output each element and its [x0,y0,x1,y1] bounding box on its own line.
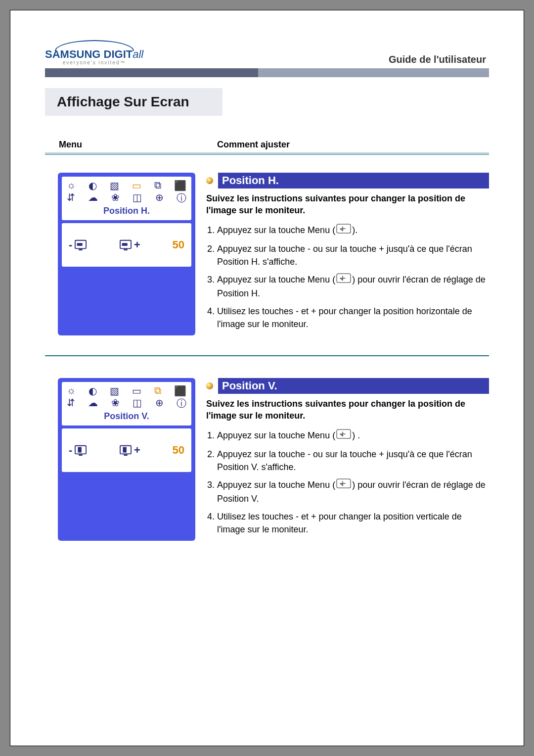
step-text: Appuyez sur la touche Menu ( [217,275,335,284]
svg-rect-10 [79,454,83,456]
step-item: Appuyez sur la touche - ou sur la touche… [217,242,489,268]
osd-icon: ▭ [132,180,141,191]
osd-icon: ◫ [133,191,142,205]
column-headers: Menu Comment ajuster [45,140,489,150]
osd-icon: ☁ [88,397,98,410]
osd-icon-row: ☼◐▧▭⧉⬛ [67,180,186,191]
step-text: Utilisez les touches - et + pour changer… [217,306,472,329]
header-bar [45,68,489,77]
menu-key-icon [336,224,351,237]
brand-suffix: all [133,48,143,60]
svg-rect-1 [77,243,83,246]
step-item: Appuyez sur la touche - ou sur la touche… [217,448,489,473]
step-item: Utilisez les touches - et + pour changer… [217,305,489,331]
osd-icon: ▭ [132,385,141,397]
section-title: Position H. [218,173,489,189]
section-head: Position V. [206,378,489,394]
document-page: SAMSUNG DIGITall everyone's invited™ Gui… [10,10,524,746]
divider-double [45,153,489,155]
osd-icon: ▧ [110,180,119,191]
column-menu: Menu [59,140,217,150]
step-item: Appuyez sur la touche Menu () pour ouvri… [217,273,489,300]
step-text: Appuyez sur la touche - ou sur la touche… [217,244,472,267]
osd-icon: ⧉ [154,385,161,397]
brand-main: SAMSUNG DIGIT [45,48,133,60]
page-title: Affichage Sur Ecran [45,88,222,116]
osd-icon: ◫ [133,397,142,410]
step-item: Utilisez les touches - et + pour changer… [217,510,489,536]
osd-icon: ◐ [89,180,97,191]
osd-bottom: - +50 [62,223,191,267]
osd-icon: ⇵ [67,191,75,205]
osd-icon: ▧ [110,385,119,397]
osd-icon: ⧉ [154,180,161,191]
divider-single [45,355,489,356]
osd-icon: ◐ [89,385,97,397]
step-text: Appuyez sur la touche Menu ( [217,225,335,235]
osd-icon-row: ⇵☁❀◫⊕ⓘ [67,397,186,410]
svg-rect-13 [124,454,127,456]
section-content: Position H.Suivez les instructions suiva… [206,173,489,335]
osd-icon-row: ☼◐▧▭⧉⬛ [67,385,186,397]
steps-list: Appuyez sur la touche Menu ().Appuyez su… [206,224,489,331]
menu-key-icon [336,273,351,286]
section: ☼◐▧▭⧉⬛⇵☁❀◫⊕ⓘPosition H.- +50Position H.S… [45,173,489,335]
header-row: SAMSUNG DIGITall everyone's invited™ Gui… [45,40,489,65]
step-text: Appuyez sur la touche - ou sur la touche… [217,449,472,472]
osd-label: Position H. [67,206,186,216]
step-text: Utilisez les touches - et + pour changer… [217,512,462,534]
osd-icon: ⓘ [177,397,186,410]
steps-list: Appuyez sur la touche Menu () .Appuyez s… [206,429,489,536]
step-item: Appuyez sur la touche Menu (). [217,224,489,237]
osd-icon: ⊕ [155,397,164,410]
menu-key-icon [336,478,351,492]
step-item: Appuyez sur la touche Menu () . [217,429,489,443]
osd-icon: ⇵ [67,397,75,410]
section-content: Position V.Suivez les instructions suiva… [206,378,489,541]
osd-icon: ❀ [111,191,120,205]
osd-minus: - [69,238,87,251]
svg-rect-2 [79,249,83,250]
svg-rect-12 [123,447,126,453]
osd-value: 50 [173,444,184,457]
osd-icon: ☁ [88,191,98,205]
bullet-icon [206,382,213,389]
svg-rect-5 [124,249,127,250]
section-subtitle: Suivez les instructions suivantes pour c… [206,398,489,422]
brand-name: SAMSUNG DIGITall [45,48,143,61]
section-title: Position V. [218,378,489,394]
osd-plus: + [119,238,140,251]
menu-key-icon [336,429,351,442]
osd-label: Position V. [67,411,186,422]
osd-icon: ❀ [111,397,120,410]
osd-bottom: - +50 [62,428,191,472]
osd-top: ☼◐▧▭⧉⬛⇵☁❀◫⊕ⓘPosition H. [62,177,191,220]
osd-icon: ⓘ [177,191,186,205]
step-item: Appuyez sur la touche Menu () pour ouvri… [217,478,489,505]
step-text: Appuyez sur la touche Menu ( [217,480,335,490]
osd-icon: ⬛ [174,180,186,191]
osd-preview: ☼◐▧▭⧉⬛⇵☁❀◫⊕ⓘPosition V.- +50 [58,378,195,541]
osd-top: ☼◐▧▭⧉⬛⇵☁❀◫⊕ⓘPosition V. [62,382,191,425]
osd-icon: ☼ [67,180,76,191]
column-adjust: Comment ajuster [217,140,290,150]
guide-title: Guide de l'utilisateur [389,54,489,65]
osd-icon: ⊕ [155,191,164,205]
step-text: ). [352,225,357,235]
osd-icon-row: ⇵☁❀◫⊕ⓘ [67,191,186,205]
osd-value: 50 [173,238,184,251]
osd-icon: ☼ [67,385,76,397]
section-head: Position H. [206,173,489,189]
page-title-block: Affichage Sur Ecran [45,88,489,116]
brand-logo: SAMSUNG DIGITall everyone's invited™ [45,40,143,65]
section: ☼◐▧▭⧉⬛⇵☁❀◫⊕ⓘPosition V.- +50Position V.S… [45,378,489,541]
svg-rect-4 [122,243,128,246]
step-text: Appuyez sur la touche Menu ( [217,430,335,440]
bullet-icon [206,177,213,184]
step-text: ) . [352,430,360,440]
section-subtitle: Suivez les instructions suivantes pour c… [206,192,489,217]
osd-plus: + [119,444,140,457]
osd-preview: ☼◐▧▭⧉⬛⇵☁❀◫⊕ⓘPosition H.- +50 [58,173,195,335]
osd-icon: ⬛ [174,385,186,397]
osd-minus: - [69,444,87,457]
